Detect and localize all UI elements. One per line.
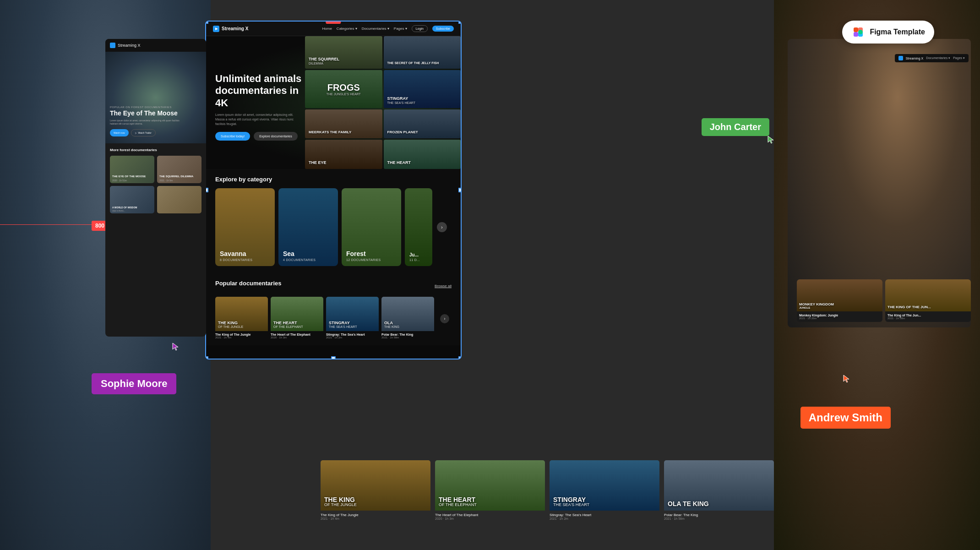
- stingray-card-bg: STINGRAY THE SEA'S HEART: [384, 70, 461, 108]
- bottom-king-meta: The King of The Jungle 2021 · 1h 4m: [321, 511, 430, 523]
- category-next-button[interactable]: ›: [437, 222, 447, 232]
- watch-now-button[interactable]: Watch now: [110, 129, 129, 136]
- list-item[interactable]: THE EYE OF THE MOOSE 2020 · 1h 51m: [110, 156, 154, 183]
- deer-label: THE EYE OF THE MOOSE 2020 · 1h 51m: [112, 175, 152, 182]
- bottom-elephant-card[interactable]: THE HEART OF THE ELEPHANT The Heart of T…: [435, 460, 545, 523]
- king-meta: The King of The Jungle 2021 · 1h 4m: [215, 331, 268, 341]
- svg-marker-6: [173, 343, 178, 350]
- polar-card-text: OLA THE KING: [384, 321, 399, 328]
- left-nav: Streaming X: [105, 39, 206, 52]
- green-cursor: [767, 135, 776, 146]
- jungle-bg: Ju... 11 D...: [405, 188, 432, 266]
- left-popular-label: POPULAR ON FOREST DOCUMENTARIES: [110, 106, 188, 109]
- corner-handle-tr[interactable]: [458, 21, 462, 24]
- trailer-label: Watch Trailer: [138, 131, 152, 134]
- hero-card-frogs[interactable]: FROGS THE JUNGLE'S HEART: [305, 70, 382, 108]
- elephant-card-text: THE HEART OF THE ELEPHANT: [273, 321, 303, 328]
- andrew-smith-name: Andrew Smith: [809, 411, 882, 424]
- nav-pages[interactable]: Pages ▾: [394, 27, 407, 31]
- watch-trailer-button[interactable]: ▷ Watch Trailer: [131, 129, 156, 136]
- login-button[interactable]: Login: [412, 25, 428, 32]
- bottom-king-card[interactable]: THE KING OF THE JUNGLE The King of The J…: [321, 460, 430, 523]
- popular-card-elephant[interactable]: THE HEART OF THE ELEPHANT The Heart of T…: [271, 297, 323, 341]
- forest-info: Forest 12 DOCUMENTARIES: [346, 250, 381, 261]
- explore-title: Explore by category: [215, 176, 452, 183]
- hero-card-eye[interactable]: THE EYE: [305, 140, 382, 169]
- corner-handle-br[interactable]: [458, 356, 462, 359]
- left-mini-panel: Streaming X POPULAR ON FOREST DOCUMENTAR…: [105, 39, 206, 337]
- monkey-card-name: Monkey Kingdom: Jungle: [799, 314, 880, 317]
- polar-year: 2021 · 1h 58m: [381, 336, 434, 339]
- heart-card-text: THE HEART: [387, 161, 411, 165]
- nav-documentaries[interactable]: Documentaries ▾: [362, 27, 389, 31]
- bottom-polar-card[interactable]: OLA TE KING Polar Bear: The King 2021 · …: [664, 460, 774, 523]
- monkey-kingdom-card[interactable]: MONKEY KINGDOM JUNGLE Monkey Kingdom: Ju…: [797, 279, 882, 322]
- popular-header: Popular documentaries Browse all: [215, 280, 452, 292]
- subscribe-nav-button[interactable]: Subscribe: [432, 26, 454, 32]
- list-item[interactable]: A WORLD OF WISDOM OWL'S PERS...: [110, 186, 154, 213]
- savanna-info: Savanna 8 DOCUMENTARIES: [220, 250, 252, 261]
- category-jungle[interactable]: Ju... 11 D...: [405, 188, 432, 266]
- corner-handle-tl[interactable]: [205, 21, 208, 24]
- list-item[interactable]: [157, 186, 201, 213]
- elephant-meta: The Heart of The Elephant 2020 · 1h 3m: [271, 331, 323, 341]
- hero-card-squirrel[interactable]: THE SQUIRREL DILEMMA: [305, 36, 382, 69]
- nav-categories[interactable]: Categories ▾: [337, 27, 357, 31]
- list-item[interactable]: THE SQUIRREL DILEMMA 2021 · 1h 5m: [157, 156, 201, 183]
- left-hero-buttons: Watch now ▷ Watch Trailer: [110, 129, 188, 136]
- corner-handle-bm[interactable]: [331, 356, 336, 359]
- category-forest[interactable]: Forest 12 DOCUMENTARIES: [342, 188, 401, 266]
- deer-title: THE EYE OF THE MOOSE: [112, 175, 152, 178]
- browse-all-link[interactable]: Browse all: [435, 284, 452, 288]
- hero-card-heart[interactable]: THE HEART: [384, 140, 461, 169]
- king-jungle-card[interactable]: THE KING OF THE JUN... The King of The J…: [885, 279, 971, 322]
- john-carter-label: John Carter: [702, 118, 769, 136]
- explore-button[interactable]: Explore documentaries: [254, 132, 298, 141]
- bottom-polar-year: 2021 · 1h 58m: [664, 517, 774, 520]
- polar-name: Polar Bear: The King: [381, 333, 434, 336]
- corner-handle-mr[interactable]: [458, 188, 462, 192]
- eye-card-bg: THE EYE: [305, 140, 382, 169]
- figma-badge: Figma Template: [842, 21, 934, 44]
- figma-icon: [851, 25, 865, 39]
- nav-home[interactable]: Home: [322, 27, 332, 31]
- hero-card-stingray[interactable]: STINGRAY THE SEA'S HEART: [384, 70, 461, 108]
- more-label: More forest documentaries: [110, 148, 201, 152]
- monkey-img-title: MONKEY KINGDOM JUNGLE: [797, 279, 882, 311]
- bottom-sting-text: STINGRAY THE SEA'S HEART: [553, 496, 589, 507]
- king3-img-title: THE KING OF THE JUN...: [885, 279, 971, 311]
- hero-card-jellyfish[interactable]: THE SECRET OF THE JELLY FISH: [384, 36, 461, 69]
- deer-meta: 2020 · 1h 51m: [112, 179, 152, 182]
- stingray-name: Stingray: The Sea's Heart: [326, 333, 379, 336]
- monkey-overlay: Monkey Kingdom: Jungle 2021 · 1h 20m: [797, 311, 882, 322]
- popular-card-king[interactable]: THE KING OF THE JUNGLE The King of The J…: [215, 297, 268, 341]
- left-hero-desc: Lorem ipsum dolor sit amet, consectetur …: [110, 119, 188, 125]
- category-cards: Savanna 8 DOCUMENTARIES Sea 4 DOCUMENTAR…: [215, 188, 452, 266]
- svg-marker-5: [768, 136, 773, 143]
- lion-thumbnail: [157, 186, 201, 213]
- hero-card-meerkats[interactable]: MEERKATS THE FAMILY: [305, 109, 382, 138]
- bottom-king-year: 2021 · 1h 4m: [321, 517, 430, 520]
- left-hero-title: The Eye of The Moose: [110, 110, 188, 117]
- popular-section: Popular documentaries Browse all THE KIN…: [206, 273, 461, 345]
- corner-handle-ml[interactable]: [205, 188, 208, 192]
- bottom-ele-text: THE HEART OF THE ELEPHANT: [439, 496, 477, 507]
- category-savanna[interactable]: Savanna 8 DOCUMENTARIES: [215, 188, 275, 266]
- popular-card-stingray[interactable]: STINGRAY THE SEA'S HEART Stingray: The S…: [326, 297, 379, 341]
- hero-card-frozen[interactable]: FROZEN PLANET: [384, 109, 461, 138]
- popular-next-button[interactable]: ›: [440, 314, 449, 323]
- bottom-sting-meta: Stingray: The Sea's Heart 2021 · 1h 2m: [550, 511, 659, 523]
- frogs-card-text: FROGS THE JUNGLE'S HEART: [327, 82, 361, 96]
- hero-content: Unlimited animals documentaries in 4K Lo…: [215, 73, 307, 141]
- monkey-year: 2021 · 1h 20m: [799, 317, 880, 320]
- bottom-stingray-card[interactable]: STINGRAY THE SEA'S HEART Stingray: The S…: [550, 460, 659, 523]
- popular-card-polar[interactable]: OLA THE KING Polar Bear: The King 2021 ·…: [381, 297, 434, 341]
- savanna-bg: Savanna 8 DOCUMENTARIES: [215, 188, 275, 266]
- king-name: The King of The Jungle: [215, 333, 268, 336]
- elephant-card-bg: THE HEART OF THE ELEPHANT: [271, 297, 323, 331]
- subscribe-hero-button[interactable]: Subscribe today!: [215, 132, 250, 141]
- bottom-polar-meta: Polar Bear: The King 2021 · 1h 58m: [664, 511, 774, 523]
- king3-overlay: The King of The Jun... 2021 · 1h 58m: [885, 311, 971, 322]
- jellyfish-card-text: THE SECRET OF THE JELLY FISH: [387, 61, 439, 65]
- category-sea[interactable]: Sea 4 DOCUMENTARIES: [278, 188, 338, 266]
